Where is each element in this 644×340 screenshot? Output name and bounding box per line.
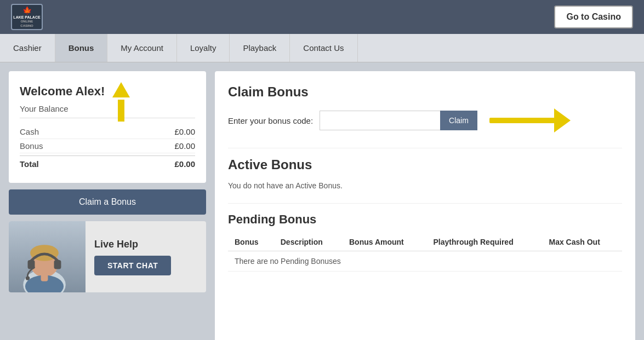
active-bonus-message: You do not have an Active Bonus. [228,181,622,190]
your-balance-label: Your Balance [20,104,195,118]
nav-item-contact-us[interactable]: Contact Us [290,34,357,62]
claim-bonus-title: Claim Bonus [228,84,622,100]
nav-item-cashier[interactable]: Cashier [0,34,55,62]
bonus-value: £0.00 [174,141,195,151]
table-row: There are no Pending Bonuses [228,251,622,272]
active-bonus-title: Active Bonus [228,157,622,172]
col-max-cash-out: Max Cash Out [542,233,622,251]
bonus-balance-row: Bonus £0.00 [20,139,195,153]
bonus-code-row: Enter your bonus code: Claim [228,108,622,132]
start-chat-button[interactable]: START CHAT [94,256,171,275]
nav-item-bonus[interactable]: Bonus [55,34,108,62]
pending-bonus-section: Pending Bonus Bonus Description Bonus Am… [228,212,622,272]
col-bonus-amount: Bonus Amount [343,233,426,251]
welcome-section: Welcome Alex! [20,82,195,101]
nav-item-loyalty[interactable]: Loyalty [177,34,230,62]
cash-value: £0.00 [174,127,195,136]
pending-bonus-title: Pending Bonus [228,212,622,227]
bonus-label: Bonus [20,141,43,151]
cash-label: Cash [20,127,39,136]
live-help-image [9,221,86,292]
total-balance-row: Total £0.00 [20,155,195,172]
total-value: £0.00 [174,159,195,169]
svg-rect-7 [41,273,48,281]
divider-1 [228,148,622,148]
arrow-right-indicator [489,108,571,132]
pending-bonus-table: Bonus Description Bonus Amount Playthrou… [228,233,622,272]
bonus-code-label: Enter your bonus code: [228,116,313,125]
total-label: Total [20,159,39,169]
cash-balance-row: Cash £0.00 [20,125,195,139]
navigation: Cashier Bonus My Account Loyalty Playbac… [0,34,644,62]
claim-a-bonus-button[interactable]: Claim a Bonus [9,189,206,215]
maple-leaf-icon: 🍁 [22,6,32,15]
col-bonus: Bonus [228,233,274,251]
welcome-text: Welcome Alex! [20,84,105,99]
divider-2 [228,203,622,204]
arrow-up-indicator [112,82,130,101]
col-playthrough: Playthrough Required [426,233,542,251]
logo-box: 🍁 LAKE PALACE ONLINE CASINO [11,4,43,30]
go-to-casino-button[interactable]: Go to Casino [554,5,633,28]
live-help-content: Live Help START CHAT [86,233,180,281]
bonus-code-input-wrapper: Claim [320,111,477,130]
logo: 🍁 LAKE PALACE ONLINE CASINO [11,4,43,30]
nav-item-my-account[interactable]: My Account [107,34,177,62]
bonus-code-input[interactable] [320,111,440,130]
active-bonus-section: Active Bonus You do not have an Active B… [228,157,622,190]
claim-bonus-section: Claim Bonus Enter your bonus code: Claim [228,84,622,132]
logo-text-line2: ONLINE [21,20,33,24]
live-help-card: Live Help START CHAT [9,221,206,292]
no-pending-message: There are no Pending Bonuses [228,251,622,272]
svg-rect-4 [54,260,61,269]
sidebar: Welcome Alex! Your Balance Cash £0.00 Bo… [9,71,206,340]
nav-item-playback[interactable]: Playback [230,34,290,62]
table-header-row: Bonus Description Bonus Amount Playthrou… [228,233,622,251]
col-description: Description [274,233,343,251]
header: 🍁 LAKE PALACE ONLINE CASINO Go to Casino [0,0,644,34]
logo-text-line1: LAKE PALACE [13,15,40,20]
claim-code-button[interactable]: Claim [440,111,477,130]
main-content: Welcome Alex! Your Balance Cash £0.00 Bo… [0,62,644,340]
balance-card: Welcome Alex! Your Balance Cash £0.00 Bo… [9,71,206,183]
right-content: Claim Bonus Enter your bonus code: Claim… [215,71,635,340]
logo-text-line3: CASINO [20,24,33,28]
agent-illustration [14,227,75,292]
live-help-title: Live Help [94,239,171,250]
